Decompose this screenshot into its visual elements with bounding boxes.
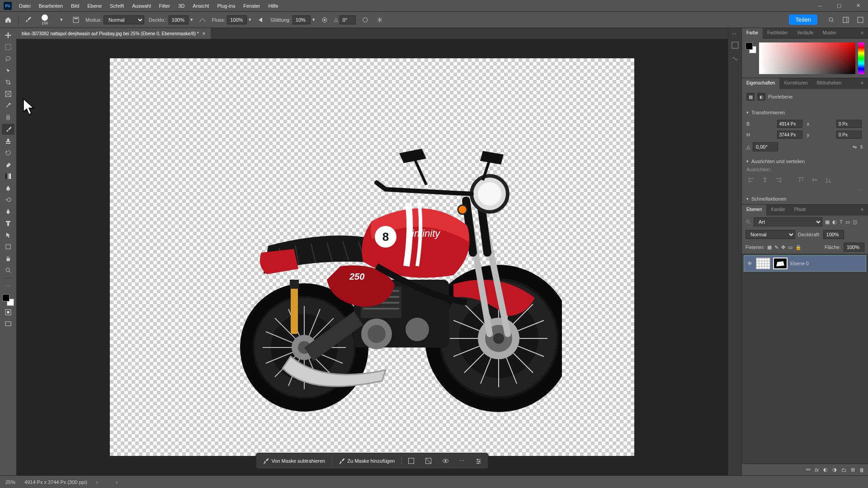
edit-toolbar-icon[interactable]: ⋯: [2, 281, 14, 291]
marquee-tool[interactable]: [2, 42, 14, 52]
align-hcenter-icon[interactable]: [760, 175, 770, 185]
close-tab-icon[interactable]: ×: [203, 31, 205, 36]
blend-mode-select[interactable]: Normal: [745, 230, 795, 239]
section-quickactions[interactable]: ▾Schnellaktionen: [742, 193, 868, 204]
color-swatches[interactable]: [745, 42, 756, 53]
screen-mode-icon[interactable]: [2, 319, 14, 329]
layer-thumbnail[interactable]: [756, 258, 770, 269]
y-input[interactable]: [836, 131, 862, 139]
x-input[interactable]: [836, 120, 862, 128]
dock-icon-1[interactable]: [731, 42, 739, 49]
stamp-tool[interactable]: [2, 136, 14, 146]
smoothing-gear-icon[interactable]: [320, 15, 330, 25]
chevron-down-icon[interactable]: ▾: [249, 17, 251, 23]
zoom-tool[interactable]: [2, 265, 14, 276]
filter-pixel-icon[interactable]: ▦: [825, 219, 830, 225]
symmetry-icon[interactable]: [375, 15, 385, 25]
lock-transparent-icon[interactable]: ▦: [767, 244, 772, 250]
quick-select-tool[interactable]: [2, 65, 14, 76]
modus-select[interactable]: Normal: [104, 15, 144, 24]
mask-option-1-icon[interactable]: [403, 455, 419, 467]
quick-mask-icon[interactable]: [2, 307, 14, 318]
brush-preview[interactable]: 188: [38, 13, 52, 27]
close-icon[interactable]: ✕: [852, 2, 864, 10]
filter-shape-icon[interactable]: ▭: [845, 219, 850, 225]
brush-panel-icon[interactable]: [71, 15, 81, 25]
canvas-area[interactable]: 8 infinity 250 Von Maske subtrahieren: [16, 39, 728, 475]
dodge-tool[interactable]: [2, 194, 14, 205]
brush-tool-icon[interactable]: [23, 15, 33, 25]
menu-ansicht[interactable]: Ansicht: [189, 2, 212, 10]
layer-name[interactable]: Ebene 0: [790, 261, 809, 266]
frame-tool[interactable]: [2, 89, 14, 99]
pen-tool[interactable]: [2, 206, 14, 217]
recall-icon[interactable]: [855, 15, 865, 25]
mask-more-icon[interactable]: ⋯: [455, 455, 469, 467]
tab-kanaele[interactable]: Kanäle: [766, 205, 789, 216]
section-align[interactable]: ▾Ausrichten und verteilen: [742, 156, 868, 167]
menu-ebene[interactable]: Ebene: [84, 2, 105, 10]
panel-menu-icon[interactable]: ≡: [856, 78, 868, 89]
healing-tool[interactable]: [2, 112, 14, 123]
height-input[interactable]: [777, 131, 802, 139]
lock-pixels-icon[interactable]: ✎: [774, 244, 778, 250]
pressure-size-icon[interactable]: [360, 15, 370, 25]
pressure-opacity-icon[interactable]: [198, 15, 208, 25]
fx-icon[interactable]: fx: [815, 467, 819, 473]
adjustment-layer-icon[interactable]: ◑: [832, 467, 837, 473]
lasso-tool[interactable]: [2, 53, 14, 64]
brush-tool[interactable]: [2, 124, 14, 135]
chevron-down-icon[interactable]: ▾: [312, 17, 315, 23]
flip-vertical-icon[interactable]: ⥮: [859, 144, 863, 150]
zoom-level[interactable]: 25%: [5, 479, 15, 485]
eraser-tool[interactable]: [2, 159, 14, 170]
align-bottom-icon[interactable]: [823, 175, 833, 185]
layer-fill-input[interactable]: [844, 243, 864, 252]
add-to-mask-button[interactable]: Zu Maske hinzufügen: [334, 455, 399, 467]
angle-input[interactable]: [340, 15, 356, 24]
status-chevron-icon[interactable]: ›: [96, 479, 98, 485]
rotation-input[interactable]: [753, 142, 778, 151]
foreground-background-colors[interactable]: [2, 294, 14, 306]
lock-position-icon[interactable]: ✥: [781, 244, 785, 250]
chevron-down-icon[interactable]: ▾: [190, 17, 193, 23]
tab-pfade[interactable]: Pfade: [790, 205, 811, 216]
search-icon[interactable]: [826, 15, 836, 25]
panel-menu-icon[interactable]: ≡: [856, 205, 868, 216]
workspace-icon[interactable]: [841, 15, 851, 25]
add-mask-icon[interactable]: ◐: [823, 467, 828, 473]
menu-3d[interactable]: 3D: [175, 2, 188, 10]
tab-farbfelder[interactable]: Farbfelder: [763, 28, 793, 39]
lock-artboard-icon[interactable]: ▭: [788, 244, 793, 250]
brush-dropdown-icon[interactable]: ▾: [57, 15, 66, 25]
flip-horizontal-icon[interactable]: ⇋: [853, 144, 857, 150]
status-prev-icon[interactable]: ‹: [116, 479, 118, 485]
path-select-tool[interactable]: [2, 230, 14, 240]
group-icon[interactable]: 🗀: [841, 467, 846, 473]
eyedropper-tool[interactable]: [2, 100, 14, 111]
align-top-icon[interactable]: [796, 175, 806, 185]
lock-all-icon[interactable]: 🔒: [795, 244, 802, 250]
share-button[interactable]: Teilen: [789, 14, 817, 25]
dock-expand-icon[interactable]: ‹‹: [732, 31, 737, 36]
visibility-icon[interactable]: 👁: [746, 261, 753, 266]
mask-preview-icon[interactable]: [438, 455, 453, 467]
tab-ebenen[interactable]: Ebenen: [742, 205, 766, 216]
crop-tool[interactable]: [2, 77, 14, 88]
menu-plugins[interactable]: Plug-ins: [213, 2, 239, 10]
delete-icon[interactable]: 🗑: [859, 467, 864, 473]
tab-verlaeufe[interactable]: Verläufe: [793, 28, 818, 39]
layer-filter-select[interactable]: Art: [754, 217, 822, 226]
menu-auswahl[interactable]: Auswahl: [128, 2, 155, 10]
airbrush-icon[interactable]: [256, 15, 266, 25]
menu-filter[interactable]: Filter: [156, 2, 174, 10]
color-picker-field[interactable]: [759, 42, 855, 74]
align-right-icon[interactable]: [774, 175, 783, 185]
dock-icon-2[interactable]: [731, 54, 739, 61]
menu-bearbeiten[interactable]: Bearbeiten: [35, 2, 66, 10]
flow-input[interactable]: [227, 15, 247, 24]
document-tab[interactable]: bike-3073082 nattapol deejitwasin auf Pi…: [16, 28, 211, 39]
filter-smart-icon[interactable]: ◫: [853, 219, 857, 225]
section-transform[interactable]: ▾Transformieren: [742, 107, 868, 118]
filter-toggle[interactable]: [860, 219, 864, 225]
